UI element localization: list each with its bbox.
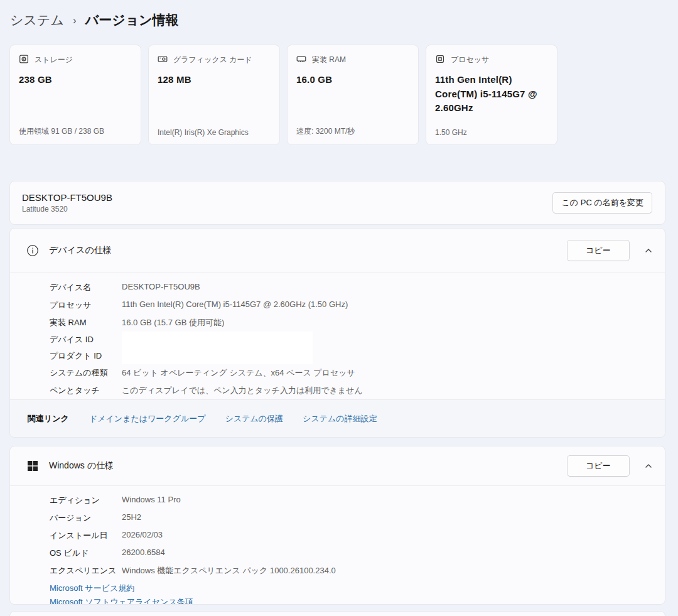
spec-value: 2026/02/03: [122, 530, 163, 539]
spec-row-device-id: デバイス ID: [10, 332, 665, 348]
spec-label: プロダクト ID: [50, 348, 122, 364]
storage-card-detail: 使用領域 91 GB / 238 GB: [19, 126, 136, 137]
chevron-up-icon[interactable]: [643, 246, 654, 255]
graphics-card-label: グラフィックス カード: [173, 55, 252, 65]
microsoft-links: Microsoft サービス規約 Microsoft ソフトウェアライセンス条項: [10, 580, 665, 605]
product-id-redaction: [122, 348, 313, 364]
ram-card-value: 16.0 GB: [296, 73, 409, 87]
spec-label: 実装 RAM: [50, 317, 122, 328]
processor-card-detail: 1.50 GHz: [435, 128, 552, 137]
graphics-card-header: グラフィックス カード: [158, 54, 271, 66]
device-spec-body: デバイス名 DESKTOP-FT5OU9B プロセッサ 11th Gen Int…: [10, 273, 665, 399]
device-spec-header[interactable]: デバイスの仕様 コピー: [10, 229, 665, 273]
storage-icon: [19, 54, 29, 66]
info-icon: [26, 244, 39, 257]
spec-label: エクスペリエンス: [50, 565, 122, 576]
spec-row-device-name: デバイス名 DESKTOP-FT5OU9B: [10, 279, 665, 296]
graphics-card-value: 128 MB: [158, 73, 271, 87]
page-title: バージョン情報: [85, 11, 179, 29]
device-name-block: DESKTOP-FT5OU9B Latitude 3520: [22, 192, 112, 213]
spec-value: 11th Gen Intel(R) Core(TM) i5-1145G7 @ 2…: [122, 300, 348, 309]
link-ms-software-license[interactable]: Microsoft ソフトウェアライセンス条項: [50, 595, 665, 605]
spec-label: インストール日: [50, 530, 122, 541]
gpu-icon: [158, 54, 168, 66]
cpu-icon: [435, 54, 445, 66]
spec-row-version: バージョン 25H2: [10, 509, 665, 527]
windows-spec-copy-button[interactable]: コピー: [567, 455, 630, 477]
storage-card-header: ストレージ: [19, 54, 132, 66]
spec-value: 16.0 GB (15.7 GB 使用可能): [122, 317, 224, 328]
link-system-protection[interactable]: システムの保護: [225, 413, 284, 424]
spec-label: プロセッサ: [50, 300, 122, 311]
spec-value: 64 ビット オペレーティング システム、x64 ベース プロセッサ: [122, 367, 355, 379]
ram-card[interactable]: 実装 RAM 16.0 GB 速度: 3200 MT/秒: [287, 45, 419, 145]
spec-row-ram: 実装 RAM 16.0 GB (15.7 GB 使用可能): [10, 314, 665, 332]
spec-label: OS ビルド: [50, 548, 122, 559]
related-links-label: 関連リンク: [28, 413, 69, 424]
windows-spec-header[interactable]: Windows の仕様 コピー: [10, 446, 665, 485]
next-section-card[interactable]: [9, 611, 665, 616]
rename-pc-button[interactable]: この PC の名前を変更: [552, 192, 652, 213]
settings-about-page: システム › バージョン情報 ストレージ 238 GB 使用領域 91 GB /…: [0, 0, 678, 616]
spec-label: デバイス名: [50, 282, 122, 293]
spec-row-processor: プロセッサ 11th Gen Intel(R) Core(TM) i5-1145…: [10, 296, 665, 314]
related-links-row: 関連リンク ドメインまたはワークグループ システムの保護 システムの詳細設定: [10, 399, 665, 437]
spec-label: デバイス ID: [50, 332, 122, 348]
device-name-card: DESKTOP-FT5OU9B Latitude 3520 この PC の名前を…: [9, 181, 665, 225]
ram-icon: [296, 54, 306, 66]
storage-card-label: ストレージ: [35, 55, 73, 65]
spec-label: バージョン: [50, 512, 122, 524]
processor-card-label: プロセッサ: [451, 55, 489, 65]
spec-row-pen-touch: ペンとタッチ このディスプレイでは、ペン入力とタッチ入力は利用できません: [10, 382, 665, 399]
spec-row-system-type: システムの種類 64 ビット オペレーティング システム、x64 ベース プロセ…: [10, 364, 665, 382]
summary-cards-row: ストレージ 238 GB 使用領域 91 GB / 238 GB グラフィックス…: [9, 45, 557, 145]
windows-logo-icon: [26, 460, 39, 472]
spec-row-edition: エディション Windows 11 Pro: [10, 492, 665, 509]
link-domain-workgroup[interactable]: ドメインまたはワークグループ: [89, 413, 206, 424]
graphics-card-detail: Intel(R) Iris(R) Xe Graphics: [158, 128, 274, 137]
windows-spec-section: Windows の仕様 コピー エディション Windows 11 Pro バー…: [9, 446, 665, 605]
spec-row-install-date: インストール日 2026/02/03: [10, 527, 665, 544]
spec-value: このディスプレイでは、ペン入力とタッチ入力は利用できません: [122, 385, 363, 396]
windows-spec-body: エディション Windows 11 Pro バージョン 25H2 インストール日…: [10, 485, 665, 605]
breadcrumb: システム › バージョン情報: [10, 11, 179, 29]
link-ms-services-agreement[interactable]: Microsoft サービス規約: [50, 581, 665, 595]
spec-value: 26200.6584: [122, 548, 165, 557]
device-id-redaction: [122, 332, 313, 348]
device-spec-section: デバイスの仕様 コピー デバイス名 DESKTOP-FT5OU9B プロセッサ …: [9, 228, 665, 438]
spec-label: エディション: [50, 495, 122, 506]
device-name: DESKTOP-FT5OU9B: [22, 192, 112, 203]
processor-card[interactable]: プロセッサ 11th Gen Intel(R) Core(TM) i5-1145…: [426, 45, 557, 145]
spec-value: DESKTOP-FT5OU9B: [122, 282, 200, 291]
spec-value: 25H2: [122, 512, 141, 522]
breadcrumb-system[interactable]: システム: [10, 11, 64, 29]
storage-card[interactable]: ストレージ 238 GB 使用領域 91 GB / 238 GB: [9, 45, 141, 145]
spec-row-product-id: プロダクト ID: [10, 348, 665, 364]
spec-label: システムの種類: [50, 367, 122, 379]
device-spec-copy-button[interactable]: コピー: [567, 240, 630, 261]
ram-card-header: 実装 RAM: [296, 54, 409, 66]
spec-row-os-build: OS ビルド 26200.6584: [10, 544, 665, 562]
ram-card-detail: 速度: 3200 MT/秒: [296, 126, 413, 137]
spec-value: Windows 11 Pro: [122, 495, 181, 504]
spec-row-experience: エクスペリエンス Windows 機能エクスペリエンス パック 1000.261…: [10, 562, 665, 580]
spec-value: Windows 機能エクスペリエンス パック 1000.26100.234.0: [122, 565, 336, 576]
ram-card-label: 実装 RAM: [312, 55, 346, 65]
device-model: Latitude 3520: [22, 205, 112, 213]
storage-card-value: 238 GB: [19, 73, 132, 87]
windows-spec-title: Windows の仕様: [49, 460, 114, 472]
spec-label: ペンとタッチ: [50, 385, 122, 396]
chevron-up-icon[interactable]: [643, 462, 654, 470]
graphics-card[interactable]: グラフィックス カード 128 MB Intel(R) Iris(R) Xe G…: [148, 45, 280, 145]
device-spec-title: デバイスの仕様: [49, 245, 112, 256]
processor-card-header: プロセッサ: [435, 54, 548, 66]
processor-card-value: 11th Gen Intel(R) Core(TM) i5-1145G7 @ 2…: [435, 73, 548, 116]
link-advanced-system-settings[interactable]: システムの詳細設定: [303, 413, 377, 424]
breadcrumb-separator: ›: [73, 13, 77, 27]
